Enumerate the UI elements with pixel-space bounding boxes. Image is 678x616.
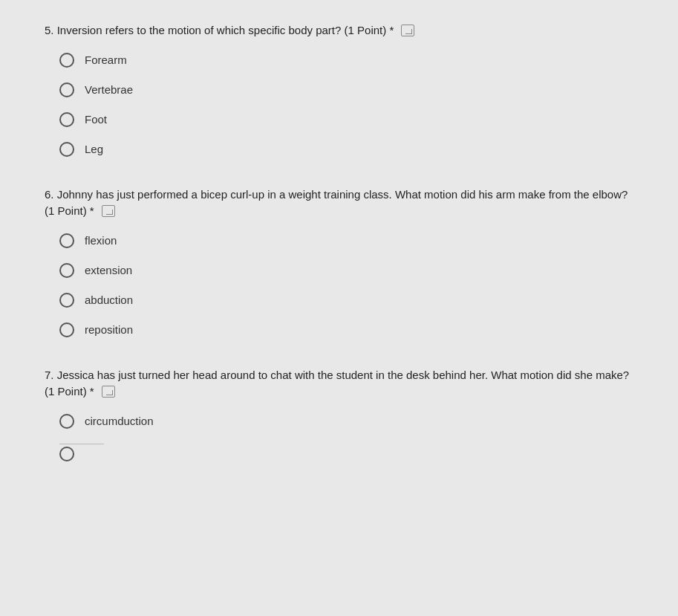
q6-option-extension[interactable]: extension [59, 263, 633, 278]
q5-label-vertebrae: Vertebrae [85, 83, 133, 96]
question-5-text: 5. Inversion refers to the motion of whi… [45, 22, 633, 39]
q6-icon [102, 205, 115, 217]
question-7-body: Jessica has just turned her head around … [45, 369, 629, 398]
question-7-options: circumduction [45, 414, 633, 461]
q5-radio-vertebrae[interactable] [59, 82, 74, 97]
question-6-body: Johnny has just performed a bicep curl-u… [45, 188, 628, 218]
q5-option-forearm[interactable]: Forearm [59, 53, 633, 68]
q5-option-vertebrae[interactable]: Vertebrae [59, 82, 633, 97]
q6-label-reposition: reposition [85, 323, 133, 336]
q5-label-leg: Leg [85, 143, 103, 155]
q6-radio-extension[interactable] [59, 263, 74, 278]
q6-option-reposition[interactable]: reposition [59, 322, 633, 337]
question-6-number: 6. [45, 188, 54, 201]
q6-radio-abduction[interactable] [59, 293, 74, 308]
q6-label-abduction: abduction [85, 294, 133, 306]
question-7-number: 7. [45, 369, 54, 381]
q7-icon [102, 386, 115, 398]
q7-option-circumduction[interactable]: circumduction [59, 414, 633, 429]
q6-option-abduction[interactable]: abduction [59, 293, 633, 308]
question-7: 7. Jessica has just turned her head arou… [45, 367, 633, 461]
q7-option-second[interactable] [59, 444, 104, 461]
q5-label-forearm: Forearm [85, 54, 127, 66]
q7-label-circumduction: circumduction [85, 415, 154, 427]
page-container: 5. Inversion refers to the motion of whi… [0, 0, 678, 616]
q5-radio-forearm[interactable] [59, 53, 74, 68]
question-5-body: Inversion refers to the motion of which … [57, 24, 394, 36]
q7-radio-second[interactable] [59, 447, 74, 461]
q5-label-foot: Foot [85, 113, 107, 126]
question-5-options: Forearm Vertebrae Foot Leg [45, 53, 633, 157]
question-6-options: flexion extension abduction reposition [45, 233, 633, 337]
question-5: 5. Inversion refers to the motion of whi… [45, 22, 633, 157]
q6-option-flexion[interactable]: flexion [59, 233, 633, 248]
question-6-text: 6. Johnny has just performed a bicep cur… [45, 187, 633, 220]
q6-label-extension: extension [85, 264, 132, 276]
q5-option-leg[interactable]: Leg [59, 142, 633, 157]
q5-radio-foot[interactable] [59, 112, 74, 127]
q7-radio-circumduction[interactable] [59, 414, 74, 429]
q6-radio-reposition[interactable] [59, 322, 74, 337]
question-5-number: 5. [45, 24, 54, 36]
q6-label-flexion: flexion [85, 234, 117, 247]
q5-option-foot[interactable]: Foot [59, 112, 633, 127]
question-6: 6. Johnny has just performed a bicep cur… [45, 187, 633, 337]
q5-icon [401, 25, 414, 36]
question-7-text: 7. Jessica has just turned her head arou… [45, 367, 633, 401]
q5-radio-leg[interactable] [59, 142, 74, 157]
q6-radio-flexion[interactable] [59, 233, 74, 248]
